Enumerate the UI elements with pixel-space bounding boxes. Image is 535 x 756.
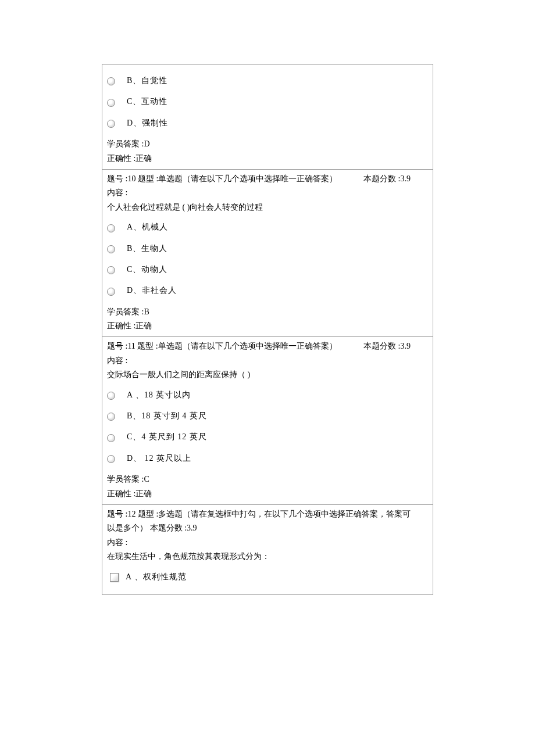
radio-icon[interactable] bbox=[107, 99, 115, 107]
score-text: 本题分数 :3.9 bbox=[363, 340, 411, 353]
option-row[interactable]: D、非社会人 bbox=[107, 284, 428, 297]
radio-icon[interactable] bbox=[107, 266, 115, 274]
content-label: 内容 : bbox=[107, 536, 428, 549]
radio-icon[interactable] bbox=[107, 392, 115, 400]
radio-icon[interactable] bbox=[107, 455, 115, 463]
question-9-partial: B、自觉性 C、互动性 D、强制性 学员答案 :D 正确性 :正确 bbox=[102, 65, 433, 170]
option-label: C、4 英尺到 12 英尺 bbox=[127, 431, 207, 443]
option-row[interactable]: A 、18 英寸以内 bbox=[107, 389, 428, 402]
option-label: D、 12 英尺以上 bbox=[127, 452, 191, 465]
correctness: 正确性 :正确 bbox=[107, 320, 428, 332]
radio-icon[interactable] bbox=[107, 224, 115, 232]
question-header-line1: 题号 :12 题型 :多选题（请在复选框中打勾，在以下几个选项中选择正确答案，答… bbox=[107, 508, 428, 521]
content-label: 内容 : bbox=[107, 187, 428, 199]
question-header: 题号 :10 题型 :单选题（请在以下几个选项中选择唯一正确答案） 本题分数 :… bbox=[107, 173, 428, 185]
option-row[interactable]: B、18 英寸到 4 英尺 bbox=[107, 410, 428, 422]
correctness: 正确性 :正确 bbox=[107, 152, 428, 165]
option-label: A 、权利性规范 bbox=[126, 571, 187, 583]
radio-icon[interactable] bbox=[107, 288, 115, 296]
checkbox-icon[interactable] bbox=[110, 573, 119, 582]
option-label: B、生物人 bbox=[127, 242, 167, 255]
question-12: 题号 :12 题型 :多选题（请在复选框中打勾，在以下几个选项中选择正确答案，答… bbox=[102, 505, 433, 594]
option-row[interactable]: A、机械人 bbox=[107, 221, 428, 234]
question-11: 题号 :11 题型 :单选题（请在以下几个选项中选择唯一正确答案） 本题分数 :… bbox=[102, 337, 433, 505]
option-label: D、非社会人 bbox=[127, 284, 177, 297]
option-label: C、互动性 bbox=[127, 95, 167, 108]
student-answer: 学员答案 :B bbox=[107, 306, 428, 318]
option-row[interactable]: C、4 英尺到 12 英尺 bbox=[107, 431, 428, 443]
student-answer: 学员答案 :D bbox=[107, 138, 428, 151]
radio-icon[interactable] bbox=[107, 434, 115, 442]
question-10: 题号 :10 题型 :单选题（请在以下几个选项中选择唯一正确答案） 本题分数 :… bbox=[102, 170, 433, 338]
question-text: 交际场合一般人们之间的距离应保持（ ) bbox=[107, 368, 428, 381]
option-label: B、自觉性 bbox=[127, 74, 167, 87]
option-label: C、动物人 bbox=[127, 263, 167, 276]
question-header-line2: 以是多个） 本题分数 :3.9 bbox=[107, 522, 428, 535]
option-row[interactable]: A 、权利性规范 bbox=[107, 571, 428, 583]
option-label: A、机械人 bbox=[127, 221, 168, 234]
option-row[interactable]: C、互动性 bbox=[107, 95, 428, 108]
radio-icon[interactable] bbox=[107, 245, 115, 253]
correctness: 正确性 :正确 bbox=[107, 488, 428, 500]
question-text: 在现实生活中，角色规范按其表现形式分为： bbox=[107, 550, 428, 563]
student-answer: 学员答案 :C bbox=[107, 473, 428, 486]
option-row[interactable]: B、自觉性 bbox=[107, 74, 428, 87]
option-label: B、18 英寸到 4 英尺 bbox=[127, 410, 207, 422]
option-row[interactable]: D、 12 英尺以上 bbox=[107, 452, 428, 465]
score-text: 本题分数 :3.9 bbox=[363, 173, 411, 185]
option-row[interactable]: B、生物人 bbox=[107, 242, 428, 255]
option-label: D、强制性 bbox=[127, 117, 168, 130]
option-label: A 、18 英寸以内 bbox=[127, 389, 191, 402]
radio-icon[interactable] bbox=[107, 413, 115, 421]
radio-icon[interactable] bbox=[107, 120, 115, 128]
question-text: 个人社会化过程就是 ( )向社会人转变的过程 bbox=[107, 201, 428, 214]
header-text: 题号 :10 题型 :单选题（请在以下几个选项中选择唯一正确答案） bbox=[107, 174, 337, 183]
option-row[interactable]: C、动物人 bbox=[107, 263, 428, 276]
quiz-container: B、自觉性 C、互动性 D、强制性 学员答案 :D 正确性 :正确 题号 :10… bbox=[102, 64, 433, 595]
question-header: 题号 :11 题型 :单选题（请在以下几个选项中选择唯一正确答案） 本题分数 :… bbox=[107, 340, 428, 353]
header-text: 题号 :11 题型 :单选题（请在以下几个选项中选择唯一正确答案） bbox=[107, 342, 337, 350]
content-label: 内容 : bbox=[107, 354, 428, 367]
option-row[interactable]: D、强制性 bbox=[107, 117, 428, 130]
radio-icon[interactable] bbox=[107, 77, 115, 85]
